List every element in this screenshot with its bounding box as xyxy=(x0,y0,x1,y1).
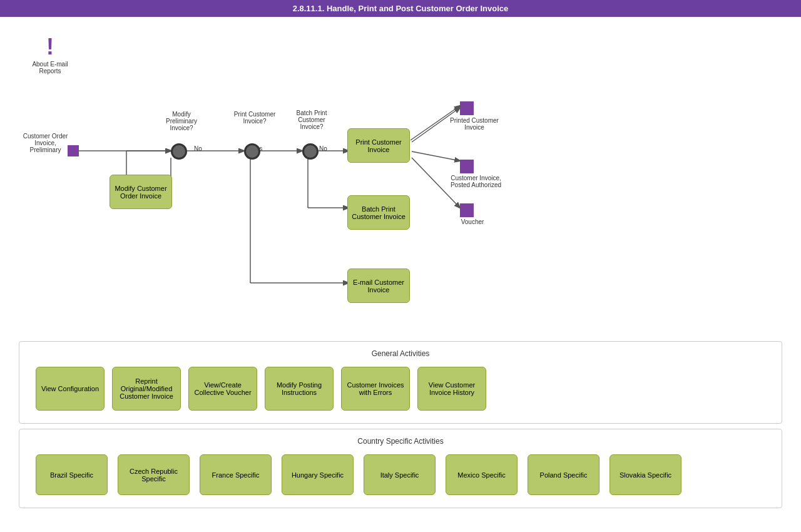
print-q-label: Print Customer Invoice? xyxy=(230,111,280,125)
activity-view-history[interactable]: View Customer Invoice History xyxy=(417,367,486,411)
voucher-label: Voucher xyxy=(451,218,494,225)
country-activities-row: Brazil Specific Czech Republic Specific … xyxy=(29,454,772,495)
modify-coi-box[interactable]: Modify Customer Order Invoice xyxy=(110,175,172,209)
country-activities-title: Country Specific Activities xyxy=(29,437,772,446)
about-email-label: About E-mail Reports xyxy=(25,61,75,74)
country-hungary[interactable]: Hungary Specific xyxy=(282,454,354,495)
no-label-2: No xyxy=(319,145,327,152)
printed-label: Printed Customer Invoice xyxy=(449,117,499,131)
printed-square xyxy=(460,101,474,115)
country-slovakia[interactable]: Slovakia Specific xyxy=(610,454,681,495)
batch-q-label: Batch Print Customer Invoice? xyxy=(287,110,337,130)
diamond-batch xyxy=(302,143,319,160)
exclamation-icon: ! xyxy=(46,36,54,58)
diamond-modify xyxy=(171,143,187,160)
country-activities-section: Country Specific Activities Brazil Speci… xyxy=(19,429,782,508)
country-brazil[interactable]: Brazil Specific xyxy=(36,454,108,495)
activity-view-configuration[interactable]: View Configuration xyxy=(36,367,105,411)
no-label-1: No xyxy=(194,145,202,152)
posted-label: Customer Invoice, Posted Authorized xyxy=(449,175,503,188)
diagram-area: ! About E-mail Reports Customer Order In… xyxy=(0,17,801,336)
country-poland[interactable]: Poland Specific xyxy=(528,454,599,495)
country-italy[interactable]: Italy Specific xyxy=(364,454,436,495)
country-france[interactable]: France Specific xyxy=(200,454,272,495)
voucher-square xyxy=(460,203,474,217)
print-ci-box[interactable]: Print Customer Invoice xyxy=(347,128,410,163)
batch-ci-box[interactable]: Batch Print Customer Invoice xyxy=(347,195,410,230)
svg-line-9 xyxy=(412,151,460,161)
activity-modify-posting[interactable]: Modify Posting Instructions xyxy=(265,367,334,411)
activity-view-create-voucher[interactable]: View/Create Collective Voucher xyxy=(188,367,257,411)
general-activities-row: View Configuration Reprint Original/Modi… xyxy=(29,367,772,411)
coi-label: Customer Order Invoice, Preliminary xyxy=(19,133,72,153)
general-activities-section: General Activities View Configuration Re… xyxy=(19,341,782,424)
posted-square xyxy=(460,160,474,173)
activity-invoices-errors[interactable]: Customer Invoices with Errors xyxy=(341,367,410,411)
about-email: ! About E-mail Reports xyxy=(25,36,75,74)
diamond-print xyxy=(244,143,260,160)
modify-q-label: Modify Preliminary Invoice? xyxy=(156,111,207,131)
activity-reprint[interactable]: Reprint Original/Modified Customer Invoi… xyxy=(112,367,181,411)
page-header: 2.8.11.1. Handle, Print and Post Custome… xyxy=(0,0,801,17)
general-activities-title: General Activities xyxy=(29,349,772,358)
country-mexico[interactable]: Mexico Specific xyxy=(446,454,518,495)
email-ci-box[interactable]: E-mail Customer Invoice xyxy=(347,269,410,303)
country-czech[interactable]: Czech Republic Specific xyxy=(118,454,190,495)
header-title: 2.8.11.1. Handle, Print and Post Custome… xyxy=(293,4,509,13)
